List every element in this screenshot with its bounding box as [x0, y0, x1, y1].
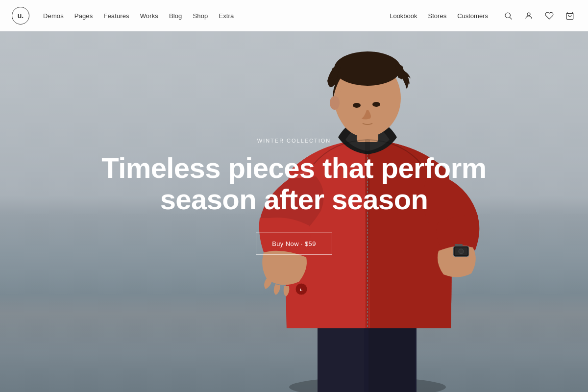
right-links: Lookbook Stores Customers [390, 11, 488, 20]
cart-button[interactable] [564, 9, 576, 22]
nav-link-works[interactable]: Works [140, 12, 158, 20]
nav-item-works[interactable]: Works [140, 11, 158, 20]
nav-link-demos[interactable]: Demos [43, 12, 64, 20]
svg-line-1 [510, 17, 512, 19]
svg-point-18 [353, 103, 361, 108]
hero-title-line2: season after season [160, 183, 428, 215]
nav-link-customers[interactable]: Customers [457, 12, 488, 20]
heart-icon [545, 11, 554, 20]
hero-section: L WINTER COLLECTION Timeless pieces that… [0, 0, 588, 392]
nav-item-blog[interactable]: Blog [169, 11, 182, 20]
nav-link-pages[interactable]: Pages [74, 12, 93, 20]
nav-item-lookbook[interactable]: Lookbook [390, 11, 417, 20]
navbar-right: Lookbook Stores Customers [390, 9, 576, 22]
search-button[interactable] [502, 9, 514, 22]
nav-link-shop[interactable]: Shop [193, 12, 208, 20]
wishlist-button[interactable] [543, 9, 556, 22]
hero-content: WINTER COLLECTION Timeless pieces that p… [98, 138, 490, 255]
nav-link-blog[interactable]: Blog [169, 12, 182, 20]
nav-link-features[interactable]: Features [103, 12, 129, 20]
hero-subtitle: WINTER COLLECTION [98, 138, 490, 144]
svg-point-19 [372, 102, 380, 107]
hero-title: Timeless pieces that perform season afte… [98, 152, 490, 215]
nav-item-pages[interactable]: Pages [74, 11, 93, 20]
nav-link-extra[interactable]: Extra [219, 12, 234, 20]
svg-point-20 [330, 96, 340, 110]
cart-icon [565, 11, 574, 20]
hero-title-line1: Timeless pieces that perform [101, 152, 486, 184]
nav-item-shop[interactable]: Shop [193, 11, 208, 20]
logo[interactable]: u. [12, 7, 29, 24]
nav-link-lookbook[interactable]: Lookbook [390, 12, 417, 20]
search-icon [504, 11, 513, 20]
hero-cta-button[interactable]: Buy Now · $59 [256, 232, 332, 254]
svg-text:L: L [300, 288, 303, 292]
user-icon [524, 11, 533, 20]
navbar-left: u. Demos Pages Features Works Blog Shop … [12, 7, 234, 24]
svg-point-2 [527, 13, 530, 16]
logo-text: u. [18, 12, 24, 20]
nav-item-demos[interactable]: Demos [43, 11, 64, 20]
nav-item-features[interactable]: Features [103, 11, 129, 20]
nav-item-extra[interactable]: Extra [219, 11, 234, 20]
nav-links: Demos Pages Features Works Blog Shop Ext… [43, 11, 234, 20]
icon-group [502, 9, 576, 22]
nav-item-stores[interactable]: Stores [428, 11, 447, 20]
svg-point-0 [505, 13, 511, 18]
nav-item-customers[interactable]: Customers [457, 11, 488, 20]
account-button[interactable] [522, 9, 535, 22]
nav-link-stores[interactable]: Stores [428, 12, 447, 20]
svg-point-17 [334, 51, 401, 86]
navbar: u. Demos Pages Features Works Blog Shop … [0, 0, 588, 31]
